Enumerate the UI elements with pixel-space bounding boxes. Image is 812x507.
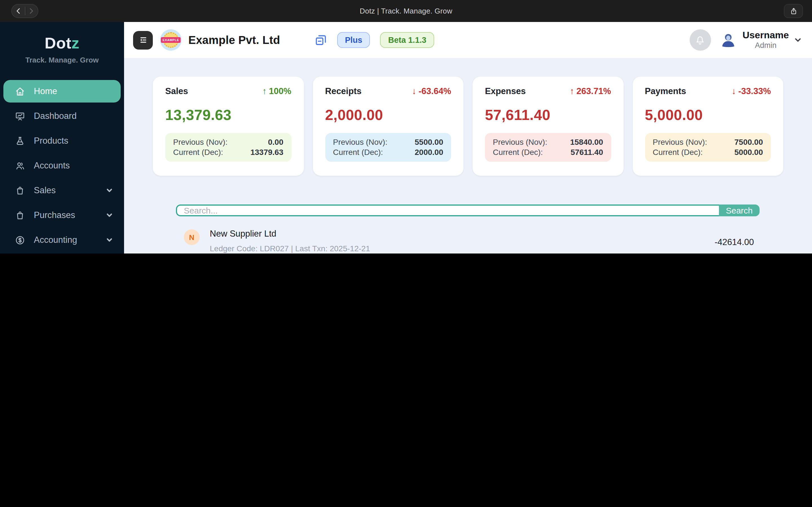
card-value: 2,000.00 [325, 107, 451, 124]
card-title: Expenses [485, 86, 526, 96]
sidebar-item-label: Home [34, 86, 57, 96]
share-button[interactable] [784, 4, 803, 18]
card-title: Payments [645, 86, 686, 96]
user-block[interactable]: Username Admin [743, 30, 789, 50]
sidebar-item-home[interactable]: Home [3, 80, 121, 103]
collapse-sidebar-icon [137, 34, 149, 46]
current-label: Current (Dec): [493, 147, 543, 157]
window-title: Dotz | Track. Manage. Grow [360, 7, 452, 15]
sidebar-item-accounts[interactable]: Accounts [3, 154, 121, 177]
sidebar-item-label: Accounting [34, 235, 77, 245]
company-logo: EXAMPLE [160, 29, 182, 51]
stat-cards: Sales ↑100% 13,379.63 Previous (Nov): 0.… [153, 76, 783, 176]
previous-label: Previous (Nov): [493, 137, 547, 147]
dashboard-icon [15, 111, 26, 121]
ledger-row[interactable]: N New Supplier Ltd Ledger Code: LDR027 |… [176, 222, 760, 253]
previous-value: 15840.00 [570, 137, 603, 147]
nav-divider [24, 7, 25, 15]
row-initial: N [189, 233, 195, 241]
layers-minus-icon [314, 33, 327, 47]
search-input[interactable] [176, 205, 719, 216]
card-change-value: 263.71% [576, 86, 611, 96]
history-nav [11, 4, 38, 18]
card-value: 5,000.00 [645, 107, 771, 124]
bell-icon [695, 34, 706, 46]
sidebar-item-dashboard[interactable]: Dashboard [3, 105, 121, 127]
card-title: Sales [165, 86, 188, 96]
current-value: 5000.00 [734, 147, 763, 157]
stat-card-receipts: Receipts ↓-63.64% 2,000.00 Previous (Nov… [313, 76, 463, 176]
card-change-value: -63.64% [419, 86, 451, 96]
previous-value: 5500.00 [415, 137, 443, 147]
user-menu-chevron-icon[interactable] [794, 36, 802, 44]
sidebar-item-purchases[interactable]: Purchases [3, 204, 121, 226]
sidebar-item-accounting[interactable]: Accounting [3, 229, 121, 251]
users-icon [15, 160, 26, 171]
company-name: Example Pvt. Ltd [188, 34, 280, 47]
dollar-icon [15, 235, 26, 245]
card-change: ↑263.71% [570, 86, 611, 96]
sidebar-nav: Home Dashboard Products Accounts Sales P… [0, 80, 124, 253]
current-label: Current (Dec): [653, 147, 703, 157]
logo-ribbon: EXAMPLE [161, 37, 181, 43]
card-comparison-box: Previous (Nov): 15840.00 Current (Dec): … [485, 133, 611, 162]
row-name: New Supplier Ltd [210, 229, 276, 239]
sidebar-item-label: Dashboard [34, 111, 77, 121]
card-change-value: 100% [269, 86, 291, 96]
sidebar-item-label: Sales [34, 185, 56, 195]
card-title: Receipts [325, 86, 361, 96]
current-value: 13379.63 [250, 147, 283, 157]
row-details: Ledger Code: LDR027 | Last Txn: 2025-12-… [210, 244, 370, 253]
brand-accent: z [71, 34, 80, 52]
forward-icon[interactable] [29, 8, 35, 14]
current-value: 2000.00 [415, 147, 443, 157]
bag-icon [15, 185, 26, 196]
username: Username [743, 30, 789, 41]
chevron-down-icon [106, 212, 113, 219]
card-change: ↑100% [262, 86, 291, 96]
trend-arrow-icon: ↑ [262, 86, 267, 96]
previous-value: 7500.00 [734, 137, 763, 147]
sidebar-toggle-button[interactable] [133, 31, 153, 49]
sidebar-item-sales[interactable]: Sales [3, 179, 121, 202]
card-comparison-box: Previous (Nov): 5500.00 Current (Dec): 2… [325, 133, 451, 162]
current-value: 57611.40 [571, 147, 603, 157]
bag-icon [15, 210, 26, 221]
card-change: ↓-33.33% [732, 86, 771, 96]
previous-label: Previous (Nov): [333, 137, 388, 147]
sidebar-item-products[interactable]: Products [3, 129, 121, 152]
card-change-value: -33.33% [739, 86, 771, 96]
back-icon[interactable] [15, 8, 21, 14]
sidebar-item-label: Purchases [34, 210, 75, 220]
notifications-button[interactable] [690, 29, 711, 51]
chevron-down-icon [106, 187, 113, 194]
flask-icon [15, 135, 26, 146]
home-icon [15, 86, 26, 97]
main-area: EXAMPLE Example Pvt. Ltd Plus Beta 1.1.3… [124, 22, 812, 253]
card-comparison-box: Previous (Nov): 7500.00 Current (Dec): 5… [645, 133, 771, 162]
share-icon [789, 7, 798, 15]
previous-label: Previous (Nov): [173, 137, 227, 147]
ledger-list: N New Supplier Ltd Ledger Code: LDR027 |… [176, 222, 760, 253]
stat-card-expenses: Expenses ↑263.71% 57,611.40 Previous (No… [472, 76, 623, 176]
brand-tagline: Track. Manage. Grow [0, 56, 124, 65]
row-amount: -42614.00 [714, 237, 754, 247]
topbar: EXAMPLE Example Pvt. Ltd Plus Beta 1.1.3… [124, 22, 812, 58]
user-role: Admin [743, 41, 789, 50]
card-change: ↓-63.64% [412, 86, 451, 96]
previous-label: Previous (Nov): [653, 137, 707, 147]
user-avatar[interactable] [719, 31, 737, 49]
current-label: Current (Dec): [333, 147, 383, 157]
row-avatar: N [184, 229, 200, 245]
windows-layers-button[interactable] [314, 33, 327, 47]
card-value: 57,611.40 [485, 107, 611, 124]
stat-card-sales: Sales ↑100% 13,379.63 Previous (Nov): 0.… [153, 76, 304, 176]
sidebar-item-label: Products [34, 136, 68, 146]
trend-arrow-icon: ↓ [732, 86, 736, 96]
current-label: Current (Dec): [173, 147, 223, 157]
version-badge: Beta 1.1.3 [380, 32, 434, 48]
search-button[interactable]: Search [719, 205, 760, 216]
brand-logo: Dotz [0, 34, 124, 53]
app-window: Dotz | Track. Manage. Grow Dotz Track. M… [0, 0, 812, 253]
sidebar-item-label: Accounts [34, 161, 70, 171]
